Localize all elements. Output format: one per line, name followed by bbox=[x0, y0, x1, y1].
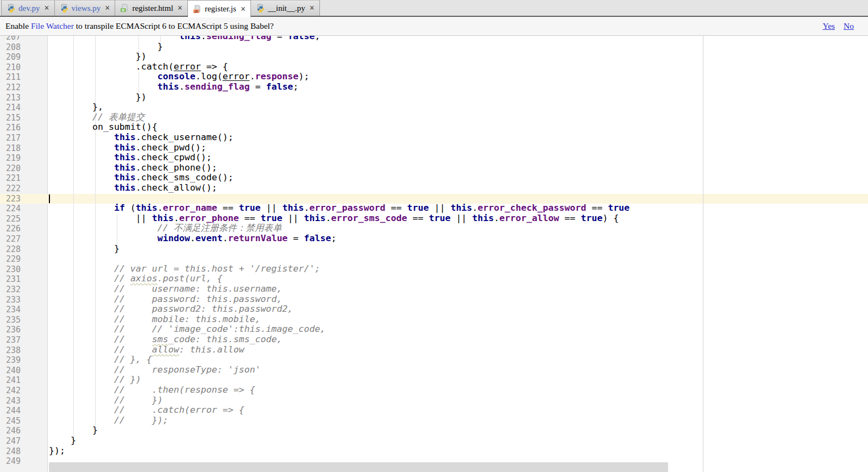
code-text: this.check_pwd(); bbox=[49, 143, 206, 153]
code-text: // mobile: this.mobile, bbox=[49, 314, 261, 325]
no-link[interactable]: No bbox=[844, 21, 854, 30]
line-number: 223 bbox=[0, 194, 21, 204]
code-text: // .then(response => { bbox=[49, 385, 255, 395]
code-text: // password2: this.password2, bbox=[49, 304, 293, 314]
line-number: 245 bbox=[0, 416, 21, 426]
notification-text-suffix: to transpile ECMAScript 6 to ECMAScript … bbox=[74, 21, 274, 30]
line-number: 222 bbox=[0, 184, 21, 194]
code-text: this.check_cpwd(); bbox=[49, 153, 212, 163]
tab-close-icon[interactable]: × bbox=[241, 5, 246, 14]
line-number: 239 bbox=[0, 355, 21, 366]
code-line-222: 222 this.check_allow(); bbox=[0, 184, 868, 194]
file-watcher-link[interactable]: File Watcher bbox=[31, 21, 74, 30]
line-number: 241 bbox=[0, 375, 21, 386]
code-text: } bbox=[49, 436, 76, 446]
line-number: 235 bbox=[0, 315, 21, 325]
code-text: window.event.returnValue = false; bbox=[49, 234, 337, 244]
code-line-227: 227 window.event.returnValue = false; bbox=[0, 234, 868, 244]
tab-label: __init__.py bbox=[268, 4, 305, 13]
line-number: 240 bbox=[0, 366, 21, 376]
code-text: }) bbox=[49, 92, 147, 103]
html-file-icon: H bbox=[120, 4, 129, 12]
tab-register.js[interactable]: JSregister.js× bbox=[188, 0, 251, 17]
code-text: this.check_username(); bbox=[49, 133, 234, 143]
tab-list: dev.py×views.py×Hregister.html×JSregiste… bbox=[1, 0, 320, 17]
code-text: // axios.post(url, { bbox=[49, 274, 223, 284]
code-text: } bbox=[49, 244, 119, 254]
tab-close-icon[interactable]: × bbox=[178, 4, 183, 12]
tab-__init__.py[interactable]: __init__.py× bbox=[251, 0, 320, 16]
line-number: 237 bbox=[0, 335, 21, 345]
tab-close-icon[interactable]: × bbox=[44, 4, 49, 12]
line-number: 217 bbox=[0, 133, 21, 143]
svg-text:JS: JS bbox=[194, 9, 198, 13]
line-number: 219 bbox=[0, 153, 21, 163]
line-number: 228 bbox=[0, 244, 21, 255]
tab-label: dev.py bbox=[18, 4, 40, 13]
tab-close-icon[interactable]: × bbox=[105, 4, 110, 12]
code-text: // }, { bbox=[49, 355, 152, 365]
line-number: 242 bbox=[0, 386, 21, 396]
line-number: 213 bbox=[0, 93, 21, 103]
code-text: // sms_code: this.sms_code, bbox=[49, 335, 282, 345]
code-line-228: 228 } bbox=[0, 244, 868, 255]
line-number: 218 bbox=[0, 143, 21, 154]
code-text: this.check_sms_code(); bbox=[49, 173, 234, 183]
code-text: // responseType: 'json' bbox=[49, 365, 261, 375]
code-text: // password: this.password, bbox=[49, 294, 282, 305]
code-text: // allow: this.allow bbox=[49, 345, 244, 355]
code-text: // }); bbox=[49, 416, 168, 426]
code-line-248: 248}); bbox=[0, 446, 868, 457]
line-number: 232 bbox=[0, 285, 21, 295]
line-number: 249 bbox=[0, 456, 21, 467]
horizontal-scrollbar-thumb[interactable] bbox=[49, 462, 668, 472]
line-number: 233 bbox=[0, 295, 21, 305]
code-text: if (this.error_name == true || this.erro… bbox=[49, 203, 630, 213]
line-number: 224 bbox=[0, 204, 21, 214]
line-number: 248 bbox=[0, 446, 21, 457]
yes-link[interactable]: Yes bbox=[822, 21, 835, 30]
python-file-icon bbox=[7, 4, 15, 12]
code-text: }, bbox=[49, 102, 103, 112]
line-number: 247 bbox=[0, 436, 21, 446]
code-text: // }) bbox=[49, 375, 141, 385]
tab-bar: dev.py×views.py×Hregister.html×JSregiste… bbox=[0, 0, 868, 17]
code-text: .catch(error => { bbox=[49, 62, 228, 72]
js-file-icon: JS bbox=[193, 5, 202, 14]
tab-label: register.js bbox=[205, 4, 236, 14]
line-number: 244 bbox=[0, 406, 21, 416]
notification-text-prefix: Enable bbox=[5, 21, 31, 30]
code-text: // .catch(error => { bbox=[49, 405, 244, 416]
svg-text:H: H bbox=[122, 8, 125, 12]
line-number: 221 bbox=[0, 173, 21, 184]
line-number: 236 bbox=[0, 325, 21, 335]
code-text: // 表单提交 bbox=[49, 112, 144, 123]
line-number: 246 bbox=[0, 426, 21, 436]
code-line-213: 213 }) bbox=[0, 93, 868, 103]
line-number: 212 bbox=[0, 83, 21, 93]
tab-label: views.py bbox=[72, 4, 101, 13]
line-number: 234 bbox=[0, 305, 21, 315]
line-number: 243 bbox=[0, 396, 21, 406]
code-line-246: 246 } bbox=[0, 426, 868, 436]
line-number: 230 bbox=[0, 265, 21, 275]
tab-dev.py[interactable]: dev.py× bbox=[1, 0, 55, 16]
code-text: console.log(error.response); bbox=[49, 72, 310, 82]
line-number: 215 bbox=[0, 113, 21, 123]
code-text: this.check_allow(); bbox=[49, 183, 217, 193]
code-text: this.sending_flag = false; bbox=[49, 82, 299, 92]
tab-register.html[interactable]: Hregister.html× bbox=[115, 0, 188, 16]
tab-close-icon[interactable]: × bbox=[310, 4, 315, 12]
line-number: 220 bbox=[0, 163, 21, 174]
line-number: 211 bbox=[0, 72, 21, 83]
line-number: 229 bbox=[0, 254, 21, 265]
text-caret bbox=[49, 194, 50, 203]
python-file-icon bbox=[60, 4, 68, 12]
code-line-245: 245 // }); bbox=[0, 416, 868, 426]
code-text: || this.error_phone == true || this.erro… bbox=[49, 213, 619, 224]
code-text: }) bbox=[49, 52, 147, 62]
python-file-icon bbox=[256, 4, 265, 12]
code-text: // }) bbox=[49, 395, 163, 406]
tab-views.py[interactable]: views.py× bbox=[55, 0, 116, 16]
editor[interactable]: 207 this.sending_flag = false;208 }209 }… bbox=[0, 36, 868, 472]
